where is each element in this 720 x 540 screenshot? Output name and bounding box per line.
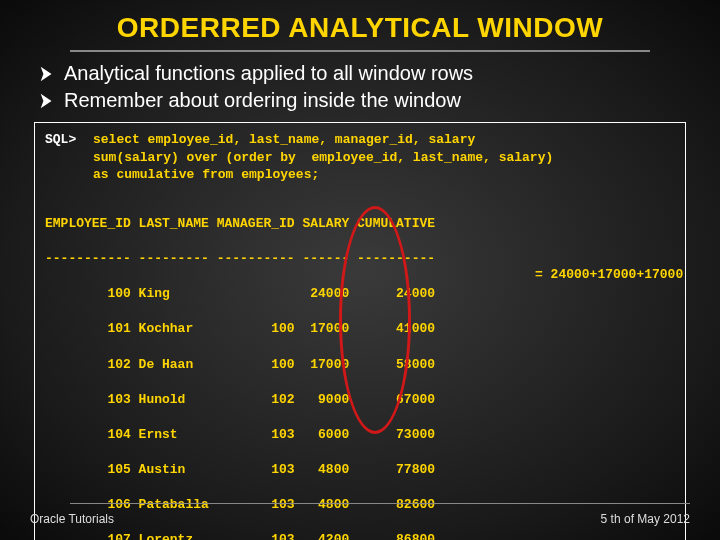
code-box: SQL> select employee_id, last_name, mana… xyxy=(34,122,686,540)
sql-indent xyxy=(45,149,93,167)
footer-right: 5 th of May 2012 xyxy=(601,512,690,526)
table-row: 107 Lorentz 103 4200 86800 xyxy=(45,531,675,540)
table-row: 103 Hunold 102 9000 67000 xyxy=(45,391,675,409)
table-row: 106 Pataballa 103 4800 82600 xyxy=(45,496,675,514)
result-table: EMPLOYEE_ID LAST_NAME MANAGER_ID SALARY … xyxy=(45,198,675,540)
slide-title: ORDERRED ANALYTICAL WINDOW xyxy=(70,12,650,52)
table-row: 102 De Haan 100 17000 58000 xyxy=(45,356,675,374)
sql-prompt: SQL> xyxy=(45,131,93,149)
table-row: 105 Austin 103 4800 77800 xyxy=(45,461,675,479)
table-row: 100 King 24000 24000 xyxy=(45,285,675,303)
sql-line: select employee_id, last_name, manager_i… xyxy=(93,131,475,149)
footer-divider xyxy=(70,503,690,504)
sql-line: as cumulative from employees; xyxy=(93,166,319,184)
bullet-list: Analytical functions applied to all wind… xyxy=(38,62,682,112)
table-row: 104 Ernst 103 6000 73000 xyxy=(45,426,675,444)
bullet-text: Analytical functions applied to all wind… xyxy=(64,62,473,85)
footer-left: Oracle Tutorials xyxy=(30,512,114,526)
bullet-text: Remember about ordering inside the windo… xyxy=(64,89,461,112)
annotation-text: = 24000+17000+17000 xyxy=(535,266,683,284)
sql-indent xyxy=(45,166,93,184)
bullet-item: Remember about ordering inside the windo… xyxy=(38,89,682,112)
bullet-item: Analytical functions applied to all wind… xyxy=(38,62,682,85)
sql-line: sum(salary) over (order by employee_id, … xyxy=(93,149,553,167)
chevron-right-icon xyxy=(38,65,56,83)
table-header: EMPLOYEE_ID LAST_NAME MANAGER_ID SALARY … xyxy=(45,215,675,233)
footer: Oracle Tutorials 5 th of May 2012 xyxy=(0,512,720,526)
chevron-right-icon xyxy=(38,92,56,110)
table-row: 101 Kochhar 100 17000 41000 xyxy=(45,320,675,338)
